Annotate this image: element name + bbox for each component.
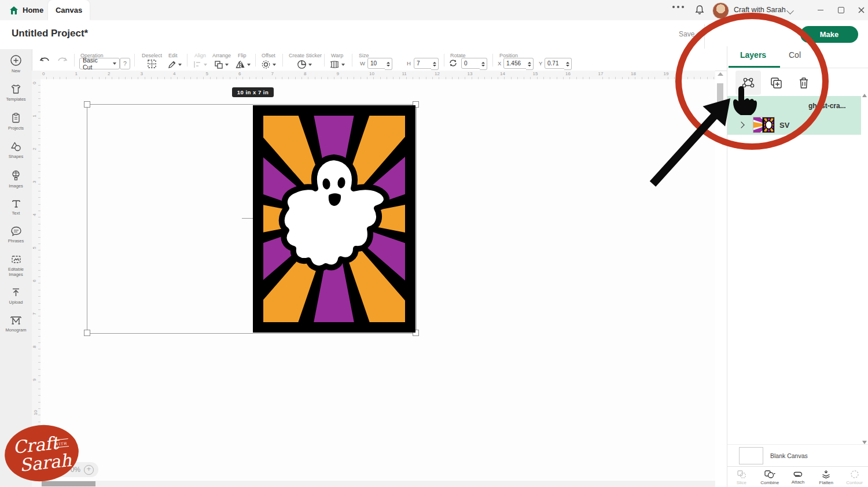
warp-icon (329, 60, 340, 69)
canvas-horizontal-scrollbar[interactable] (41, 481, 715, 487)
sidebar-item-projects[interactable]: Projects (0, 107, 32, 135)
window-close-button[interactable] (852, 0, 868, 20)
y-value: 0.71 (547, 60, 558, 67)
x-stepper[interactable] (526, 58, 534, 70)
account-chevron-down-icon[interactable] (786, 7, 793, 14)
text-icon (11, 198, 21, 209)
expand-chevron-icon[interactable] (738, 121, 744, 128)
x-label: X (498, 60, 501, 67)
notifications-bell-icon[interactable] (694, 5, 705, 15)
delete-button[interactable] (791, 71, 816, 95)
window-minimize-button[interactable] (812, 0, 829, 20)
sidebar-item-phrases[interactable]: Phrases (0, 220, 32, 248)
layer-row-svg[interactable]: SV (727, 115, 861, 135)
home-tab[interactable]: Home (9, 0, 43, 20)
redo-icon[interactable] (56, 56, 68, 65)
more-menu-icon[interactable] (672, 6, 684, 8)
canvas-vertical-scrollbar[interactable] (716, 71, 724, 480)
cricut-design-space-window: Home Canvas Craft with Sarah Untitled Pr… (0, 0, 868, 487)
align-menu[interactable] (193, 59, 207, 69)
height-label: H (407, 60, 411, 67)
deselect-label: Deselect (142, 53, 162, 58)
x-input[interactable]: 1.456 (503, 58, 528, 69)
height-value: 7 (417, 60, 420, 67)
height-input[interactable]: 7 (414, 58, 433, 69)
scrollbar-thumb[interactable] (42, 481, 95, 486)
panel-tabs: Layers Col (727, 46, 868, 68)
ruler-corner (32, 71, 41, 80)
sidebar-item-images[interactable]: Images (0, 164, 32, 193)
contour-button[interactable]: Contour (840, 467, 868, 487)
scrollbar-thumb[interactable] (717, 83, 723, 120)
sidebar-item-text[interactable]: Text (0, 193, 32, 220)
rotate-icon[interactable] (448, 58, 458, 68)
blank-canvas-row[interactable]: Blank Canvas (727, 444, 868, 467)
height-stepper[interactable] (431, 58, 439, 70)
upload-icon (10, 287, 21, 298)
tab-layers[interactable]: Layers (740, 50, 766, 60)
rotate-stepper[interactable] (480, 58, 487, 70)
size-label: Size (359, 53, 369, 58)
scroll-up-icon[interactable] (718, 72, 723, 76)
y-stepper[interactable] (564, 58, 572, 70)
offset-menu[interactable] (261, 59, 276, 69)
sidebar-item-shapes[interactable]: Shapes (0, 135, 32, 164)
sidebar-label: New (2, 68, 30, 73)
layer-row-group[interactable]: ghost-cra... (727, 96, 861, 115)
canvas-tab[interactable]: Canvas (48, 0, 90, 20)
blank-canvas-label: Blank Canvas (770, 452, 808, 459)
flatten-button[interactable]: Flatten (812, 467, 840, 487)
align-icon (193, 60, 202, 69)
sidebar-item-templates[interactable]: Templates (0, 78, 32, 106)
divider (704, 24, 705, 49)
width-label: W (360, 60, 365, 67)
arrange-menu[interactable] (214, 59, 229, 69)
home-label: Home (23, 6, 43, 14)
slice-button[interactable]: Slice (727, 467, 756, 487)
sidebar-item-upload[interactable]: Upload (0, 282, 32, 309)
new-plus-icon (10, 54, 22, 67)
width-stepper[interactable] (385, 58, 392, 70)
user-avatar[interactable] (712, 2, 729, 19)
width-input[interactable]: 10 (367, 58, 387, 69)
operation-select[interactable]: Basic Cut (79, 58, 120, 69)
combine-icon (764, 470, 776, 479)
layer-thumbnail (753, 117, 775, 133)
selection-handle-top-left[interactable] (84, 101, 90, 108)
combine-button[interactable]: Combine (756, 467, 784, 487)
attach-button[interactable]: Attach (784, 467, 812, 487)
duplicate-button[interactable] (763, 71, 789, 95)
rotate-value: 0 (464, 60, 468, 67)
close-icon (858, 7, 865, 13)
sidebar-item-monogram[interactable]: Monogram (0, 310, 32, 337)
flip-menu[interactable] (236, 59, 251, 69)
make-button-label: Make (820, 30, 839, 39)
panel-scroll-up-icon[interactable] (862, 94, 867, 97)
account-name[interactable]: Craft with Sarah (734, 6, 786, 14)
ungroup-button[interactable] (735, 71, 761, 95)
save-button[interactable]: Save (679, 30, 694, 38)
deselect-icon[interactable] (147, 59, 157, 69)
undo-icon[interactable] (39, 56, 51, 65)
sidebar-item-editable-images[interactable]: Editable Images (0, 249, 32, 282)
contour-icon (850, 470, 859, 479)
sidebar-item-new[interactable]: New (0, 49, 32, 78)
project-title[interactable]: Untitled Project* (12, 28, 88, 39)
operation-help-button[interactable]: ? (120, 58, 130, 69)
create-sticker-menu[interactable] (297, 59, 312, 69)
layer-name: ghost-cra... (808, 102, 846, 110)
flip-icon (236, 60, 245, 69)
warp-menu[interactable] (329, 59, 345, 69)
duplicate-icon (770, 76, 783, 90)
rotate-input[interactable]: 0 (461, 58, 482, 69)
edit-menu[interactable] (167, 59, 182, 69)
zoom-in-icon[interactable]: + (84, 465, 94, 475)
window-maximize-button[interactable] (832, 0, 849, 20)
tab-color-sync[interactable]: Col (789, 50, 801, 60)
y-input[interactable]: 0.71 (545, 58, 567, 69)
ghost-design-image[interactable] (253, 105, 415, 333)
selection-handle-bottom-left[interactable] (84, 330, 90, 336)
blank-canvas-thumbnail (739, 447, 763, 464)
make-button[interactable]: Make (800, 26, 858, 43)
images-icon (10, 169, 21, 182)
